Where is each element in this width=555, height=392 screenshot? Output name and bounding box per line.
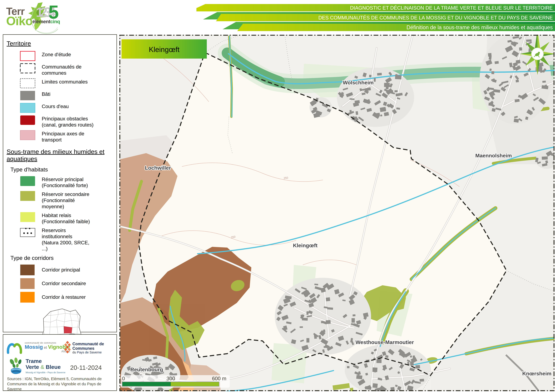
swatch-reservoir-principal <box>20 176 36 186</box>
legend-item-habitat-relais: Habitat relais (Fonctionnalité faible) <box>7 212 113 225</box>
legend-item-zone-etude: Zone d'étude <box>7 51 113 61</box>
pays-saverne-sub: du Pays de Saverne <box>72 350 117 354</box>
scale-label-0: 0 <box>122 376 125 381</box>
contour-label: 250 <box>284 176 288 180</box>
map-title: Kleingœft <box>149 45 179 54</box>
tvb-title-line1: Trame <box>26 358 66 364</box>
pays-saverne-mark-icon <box>64 340 71 356</box>
place-label-kleingoeft: Kleingœft <box>293 242 318 248</box>
scale-label-600: 600 m <box>212 376 226 381</box>
swatch-habitat-relais <box>20 212 36 222</box>
pays-saverne-logo: Communauté de Communes du Pays de Savern… <box>64 340 117 356</box>
swatch-obstacles <box>20 115 36 125</box>
swatch-corridor-secondaire <box>20 278 36 289</box>
legend-subtitle-habitats: Type d'habitats <box>10 166 113 173</box>
place-label-reutenbourg: Reutenbourg <box>130 366 163 372</box>
legend-title-soustrame: Sous-trame des milieux humides et aquati… <box>7 148 113 163</box>
place-label-lochwiller: Lochwiller <box>145 165 171 171</box>
banner-subtitle-text: Définition de la sous-trame des milieux … <box>407 24 553 31</box>
map-title-box: Kleingœft <box>122 39 207 59</box>
tvb-title-line2: Verte & Bleue <box>26 364 66 370</box>
element-cinq-logo: 1234 5 élémentcinq <box>32 5 58 30</box>
place-label-westhouse-marmoutier: Westhouse-Marmoutier <box>356 339 414 345</box>
page: Terr Oïko 1234 5 élémentcinq DIAGNOSTIC … <box>0 0 555 392</box>
sources-text: Sources : IGN, TerrOïko, Elément 5, Comm… <box>7 376 113 392</box>
legend-title-territoire: Territoire <box>7 40 113 47</box>
legend-panel: Territoire Zone d'étude Communautés de c… <box>3 34 117 332</box>
legend-item-corridor-secondaire: Corridor secondaire <box>7 278 113 289</box>
mossig-vignoble-mark-icon <box>6 339 23 356</box>
legend-item-corridor-restaurer: Corridor à restaurer <box>7 291 113 303</box>
place-label-knoersheim: Knœrsheim <box>522 371 551 377</box>
swatch-corridor-restaurer <box>20 291 36 303</box>
legend-item-limites: Limites communales <box>7 78 113 88</box>
swatch-limites-communales <box>20 78 36 88</box>
scale-bar: 0 300 600 m <box>121 375 230 388</box>
legend-item-axes-transport: Principaux axes de transport <box>7 130 113 143</box>
place-label-wolschheim: Wolschheim <box>343 80 374 86</box>
swatch-communautes-communes <box>20 63 36 73</box>
tvb-paw-icon <box>8 357 24 374</box>
credits-panel: communauté de communes Mossig et Vignobl… <box>3 334 117 391</box>
mossig-vignoble-logo: communauté de communes Mossig et Vignobl… <box>6 339 70 356</box>
legend-item-reservoir-principal: Réservoir principal (Fonctionnalité fort… <box>7 176 113 189</box>
mossig-logo-name: Mossig et Vignoble <box>25 344 70 350</box>
map-date: 20-11-2024 <box>70 364 102 371</box>
title-banner-2: DES COMMUNAUTÉS DE COMMUNES DE LA MOSSIG… <box>216 14 555 21</box>
swatch-reservoirs-institutionnels <box>20 227 36 237</box>
map-canvas: 250 250 Wolschheim Lochwille <box>119 35 555 391</box>
element-cinq-wordmark: élémentcinq <box>32 19 60 24</box>
legend-item-cours-eau: Cours d'eau <box>7 103 113 113</box>
swatch-axes-transport <box>20 130 36 140</box>
trame-verte-bleue-logo: Trame Verte & Bleue Mossig et Vignoble -… <box>8 357 66 374</box>
tvb-subtitle: Mossig et Vignoble - Pays de Saverne <box>26 371 66 374</box>
legend-item-obstacles: Principaux obstacles (canal, grandes rou… <box>7 115 113 128</box>
legend-item-bati: Bâti <box>7 90 113 101</box>
map-area: 250 250 Wolschheim Lochwille <box>119 35 555 391</box>
legend-subtitle-corridors: Type de corridors <box>10 255 113 261</box>
swatch-corridor-principal <box>20 264 36 276</box>
swatch-zone-etude <box>20 51 36 61</box>
title-banner-3: Définition de la sous-trame des milieux … <box>237 24 555 31</box>
swatch-bati <box>20 90 36 101</box>
legend-item-corridor-principal: Corridor principal <box>7 264 113 276</box>
mossig-logo-region: Alsace <box>25 350 70 353</box>
mossig-logo-small-text: communauté de communes <box>25 342 70 344</box>
title-banner-1: DIAGNOSTIC ET DÉCLINAISON DE LA TRAME VE… <box>196 4 555 11</box>
scale-label-300: 300 <box>167 376 175 381</box>
legend-item-reservoir-secondaire: Réservoir secondaire (Fonctionnalité moy… <box>7 191 113 210</box>
banner-title-text: DES COMMUNAUTÉS DE COMMUNES DE LA MOSSIG… <box>318 14 553 21</box>
legend-item-communautes: Communautés de communes <box>7 63 113 76</box>
pays-saverne-name: Communauté de Communes <box>72 342 117 350</box>
swatch-cours-eau <box>20 103 36 113</box>
banner-title-text: DIAGNOSTIC ET DÉCLINAISON DE LA TRAME VE… <box>350 5 553 11</box>
place-label-maennolsheim: Maennolsheim <box>475 153 512 158</box>
swatch-reservoir-secondaire <box>20 191 36 201</box>
legend-item-reservoirs-institutionnels: Reservoirs institutionnels (Natura 2000,… <box>7 227 113 252</box>
